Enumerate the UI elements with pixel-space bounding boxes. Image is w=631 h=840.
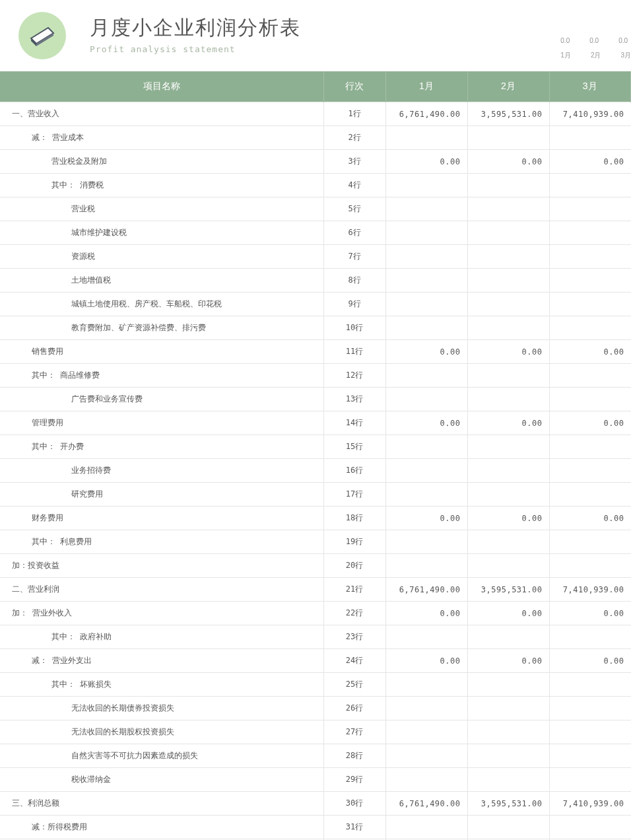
cell-month-2 <box>467 625 549 649</box>
cell-month-3 <box>549 554 631 578</box>
cell-month-3 <box>549 364 631 388</box>
table-row: 加：投资收益20行 <box>0 554 631 578</box>
cell-month-1: 6,761,490.00 <box>385 102 467 126</box>
cell-item-name: 研究费用 <box>0 483 323 507</box>
mini-chart-value: 0.0 <box>560 37 570 44</box>
table-row: 业务招待费16行 <box>0 459 631 483</box>
table-row: 减： 营业外支出24行0.000.000.00 <box>0 649 631 673</box>
cell-month-3: 0.00 <box>549 150 631 174</box>
cell-month-3 <box>549 221 631 245</box>
cell-row-number: 20行 <box>323 554 385 578</box>
table-row: 其中： 坏账损失25行 <box>0 673 631 697</box>
cell-month-2 <box>467 459 549 483</box>
cell-item-name: 无法收回的长期股权投资损失 <box>0 720 323 744</box>
cell-month-1 <box>385 316 467 340</box>
cell-month-3: 7,410,939.00 <box>549 792 631 816</box>
cell-month-1 <box>385 126 467 150</box>
cell-month-3 <box>549 316 631 340</box>
cell-row-number: 24行 <box>323 649 385 673</box>
table-row: 其中： 消费税4行 <box>0 174 631 197</box>
table-row: 其中： 政府补助23行 <box>0 625 631 649</box>
cell-month-1 <box>385 174 467 197</box>
cell-month-2 <box>467 197 549 221</box>
cell-month-2 <box>467 530 549 554</box>
cell-row-number: 21行 <box>323 578 385 602</box>
cell-month-3 <box>549 768 631 792</box>
table-row: 其中： 开办费15行 <box>0 435 631 459</box>
table-row: 研究费用17行 <box>0 483 631 507</box>
cell-row-number: 30行 <box>323 792 385 816</box>
cell-row-number: 12行 <box>323 364 385 388</box>
cell-item-name: 二、营业利润 <box>0 578 323 602</box>
cell-month-2 <box>467 364 549 388</box>
table-row: 资源税7行 <box>0 245 631 269</box>
cell-month-3 <box>549 245 631 269</box>
cell-month-3 <box>549 293 631 316</box>
cell-row-number: 11行 <box>323 340 385 364</box>
cell-month-3 <box>549 744 631 768</box>
cell-row-number: 3行 <box>323 150 385 174</box>
cell-month-3 <box>549 483 631 507</box>
cell-month-3: 0.00 <box>549 602 631 625</box>
mini-chart: 0.0 0.0 0.0 1月 2月 3月 <box>560 37 631 60</box>
mini-chart-label: 2月 <box>591 51 601 60</box>
cell-month-2 <box>467 245 549 269</box>
page-header: 月度小企业利润分析表 Profit analysis statement 0.0… <box>0 0 631 59</box>
cell-month-1 <box>385 744 467 768</box>
cell-item-name: 加： 营业外收入 <box>0 602 323 625</box>
cell-item-name: 管理费用 <box>0 411 323 435</box>
cell-row-number: 25行 <box>323 673 385 697</box>
cell-row-number: 7行 <box>323 245 385 269</box>
cell-month-1 <box>385 269 467 293</box>
cell-month-1 <box>385 364 467 388</box>
table-row: 一、营业收入1行6,761,490.003,595,531.007,410,93… <box>0 102 631 126</box>
cell-item-name: 土地增值税 <box>0 269 323 293</box>
cell-item-name: 广告费和业务宣传费 <box>0 388 323 411</box>
cell-month-1 <box>385 197 467 221</box>
table-row: 加： 营业外收入22行0.000.000.00 <box>0 602 631 625</box>
cell-month-2: 0.00 <box>467 602 549 625</box>
cell-month-2: 0.00 <box>467 649 549 673</box>
cell-month-3 <box>549 816 631 839</box>
cell-row-number: 23行 <box>323 625 385 649</box>
cell-month-2: 3,595,531.00 <box>467 792 549 816</box>
cell-month-1 <box>385 245 467 269</box>
cell-month-3 <box>549 269 631 293</box>
cell-item-name: 销售费用 <box>0 340 323 364</box>
cell-month-2 <box>467 673 549 697</box>
cell-item-name: 减：所得税费用 <box>0 816 323 839</box>
cell-item-name: 营业税金及附加 <box>0 150 323 174</box>
cell-item-name: 教育费附加、矿产资源补偿费、排污费 <box>0 316 323 340</box>
cell-item-name: 自然灾害等不可抗力因素造成的损失 <box>0 744 323 768</box>
title-block: 月度小企业利润分析表 Profit analysis statement <box>90 12 301 54</box>
cell-item-name: 业务招待费 <box>0 459 323 483</box>
cell-row-number: 29行 <box>323 768 385 792</box>
table-row: 广告费和业务宣传费13行 <box>0 388 631 411</box>
cell-month-2: 0.00 <box>467 411 549 435</box>
cell-month-3 <box>549 720 631 744</box>
cell-row-number: 17行 <box>323 483 385 507</box>
table-row: 教育费附加、矿产资源补偿费、排污费10行 <box>0 316 631 340</box>
cell-month-1 <box>385 388 467 411</box>
cell-month-3 <box>549 126 631 150</box>
cell-item-name: 其中： 政府补助 <box>0 625 323 649</box>
cell-item-name: 其中： 坏账损失 <box>0 673 323 697</box>
cell-month-3: 0.00 <box>549 649 631 673</box>
cell-row-number: 22行 <box>323 602 385 625</box>
cell-month-1: 0.00 <box>385 507 467 530</box>
cell-month-2 <box>467 483 549 507</box>
cell-month-2: 0.00 <box>467 150 549 174</box>
cell-item-name: 其中： 商品维修费 <box>0 364 323 388</box>
table-row: 二、营业利润21行6,761,490.003,595,531.007,410,9… <box>0 578 631 602</box>
mini-chart-value: 0.0 <box>618 37 628 44</box>
cell-month-2: 0.00 <box>467 507 549 530</box>
cell-month-3 <box>549 697 631 720</box>
cell-month-1: 6,761,490.00 <box>385 578 467 602</box>
profit-table: 项目名称 行次 1月 2月 3月 一、营业收入1行6,761,490.003,5… <box>0 71 631 840</box>
cell-month-1: 0.00 <box>385 150 467 174</box>
cell-row-number: 4行 <box>323 174 385 197</box>
cell-month-1 <box>385 221 467 245</box>
cell-item-name: 三、利润总额 <box>0 792 323 816</box>
cell-month-2 <box>467 744 549 768</box>
cell-item-name: 其中： 消费税 <box>0 174 323 197</box>
